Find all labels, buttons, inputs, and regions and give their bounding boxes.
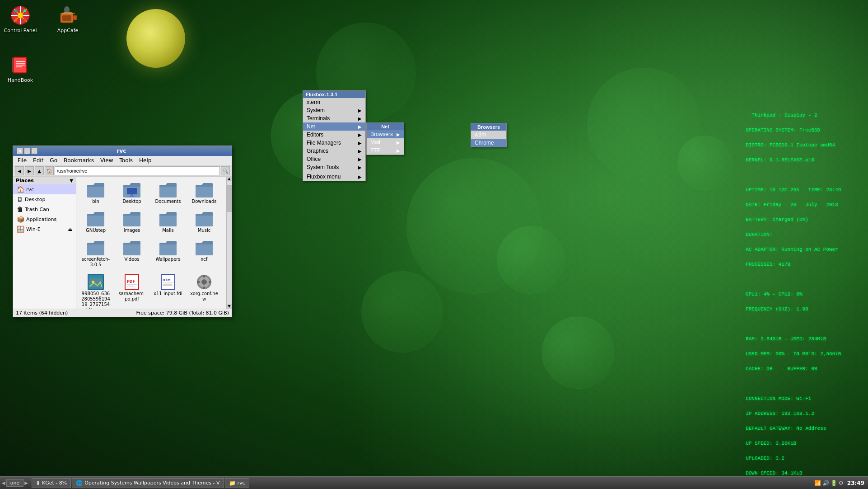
taskbar-right: 📶 🔊 🔋 ⚙ 23:49 (811, 480, 868, 486)
sidebar-eject-icon: ⏏ (68, 227, 72, 232)
browsers-w3m[interactable]: w3m (471, 131, 506, 139)
fluxbox-menu-item-office[interactable]: Office ▶ (303, 155, 365, 163)
svg-point-6 (14, 9, 17, 12)
fm-sidebar-item-desktop[interactable]: 🖥 Desktop (13, 194, 76, 204)
fluxbox-menu-item-systemtools[interactable]: System Tools ▶ (303, 163, 365, 171)
bubble-6 (677, 136, 732, 190)
taskbar-app-kget[interactable]: ⬇ KGet - 8% (32, 478, 71, 488)
fluxbox-menu-item-net[interactable]: Net ▶ Net Browsers ▶ Mail ▶ FTP ▶ (303, 122, 365, 131)
svg-point-8 (14, 19, 17, 21)
desktop-icon-appcafe[interactable]: AppCafe (50, 5, 86, 33)
filemanager-label: rvc (238, 480, 245, 486)
fm-sidebar-item-trash[interactable]: 🗑 Trash Can (13, 204, 76, 214)
fluxbox-menu-item-filemanagers[interactable]: File Managers ▶ (303, 139, 365, 147)
file-item-desktop[interactable]: Desktop (114, 179, 149, 207)
fm-menu-go[interactable]: Go (47, 156, 60, 165)
fm-address-bar[interactable] (55, 166, 220, 175)
fm-sidebar-item-applications[interactable]: 📦 Applications (13, 214, 76, 224)
fm-places-header: Places ▼ (13, 177, 76, 184)
net-mail-item[interactable]: Mail ▶ (367, 138, 404, 146)
desktop-icon-control-panel[interactable]: Control Panel (2, 5, 38, 33)
taskbar-clock: 23:49 (847, 480, 864, 486)
taskbar-app-browser[interactable]: 🌐 Operating Systems Wallpapers Videos an… (72, 478, 224, 488)
file-item-bin[interactable]: bin (78, 179, 113, 207)
fluxbox-menu[interactable]: Fluxbox-1.3.1 xterm System ▶ Terminals ▶… (303, 90, 366, 181)
fm-minimize-button[interactable]: _ (24, 148, 30, 154)
fluxbox-menu-item-editors[interactable]: Editors ▶ (303, 131, 365, 139)
file-item-wallpapers[interactable]: Wallpapers (150, 236, 186, 270)
svg-point-9 (23, 19, 26, 21)
svg-point-7 (23, 9, 26, 12)
desktop-icon-handbook[interactable]: HandBook (2, 54, 38, 83)
scroll-down-button[interactable]: ▼ (227, 304, 232, 309)
taskbar: ◀ one ▶ ⬇ KGet - 8% 🌐 Operating Systems … (0, 476, 868, 489)
submenu-arrow: ▶ (397, 140, 400, 145)
file-item-music[interactable]: Music (187, 207, 222, 235)
workspace-name[interactable]: one (6, 479, 23, 487)
svg-text:HTM: HTM (163, 278, 171, 282)
fm-menu-edit[interactable]: Edit (30, 156, 46, 165)
fm-back-button[interactable]: ◀ (15, 166, 24, 175)
fm-menu-help[interactable]: Help (136, 156, 154, 165)
fm-menu-tools[interactable]: Tools (117, 156, 136, 165)
image-file-icon (87, 273, 105, 291)
appcafe-label: AppCafe (57, 28, 79, 33)
taskbar-app-filemanager[interactable]: 📁 rvc (225, 478, 249, 488)
file-item-downloads[interactable]: Downloads (187, 179, 222, 207)
fm-search-button[interactable]: 🔍 (221, 166, 230, 175)
fm-home-button[interactable]: 🏠 (45, 166, 54, 175)
tray-audio-icon[interactable]: 🔊 (822, 480, 829, 486)
tray-network-icon[interactable]: 📶 (814, 480, 821, 486)
net-ftp-item[interactable]: FTP ▶ (367, 146, 404, 155)
fm-menu-view[interactable]: View (98, 156, 116, 165)
fm-places-toggle[interactable]: ▼ (70, 178, 73, 183)
fm-forward-button[interactable]: ▶ (25, 166, 34, 175)
file-item-gnustep[interactable]: GNUstep (78, 207, 113, 235)
fm-menu-file[interactable]: File (15, 156, 29, 165)
fm-sidebar-item-wine[interactable]: 🪟 Win-E ⏏ (13, 224, 76, 234)
file-label: screenfetch-3.0.5 (80, 257, 111, 268)
workspace-prev-arrow[interactable]: ◀ (2, 480, 5, 485)
folder-icon-gnustep (87, 210, 105, 228)
file-item-mails[interactable]: Mails (150, 207, 186, 235)
fm-sidebar-item-rvc[interactable]: 🏠 rvc (13, 184, 76, 194)
fm-maximize-button[interactable]: □ (31, 148, 37, 154)
file-item-videos[interactable]: Videos (114, 236, 149, 270)
file-item-documents[interactable]: Documents (150, 179, 186, 207)
folder-icon-wallpapers (159, 239, 177, 257)
file-label: Desktop (122, 199, 141, 204)
file-label: xcf (201, 257, 208, 262)
fluxbox-menu-item-terminals[interactable]: Terminals ▶ (303, 114, 365, 122)
file-item-xcf[interactable]: xcf (187, 236, 222, 270)
fm-title: rvc (117, 148, 126, 154)
fm-titlebar[interactable]: ✕ _ □ rvc (13, 146, 232, 156)
submenu-arrow: ▶ (358, 149, 362, 154)
control-panel-label: Control Panel (4, 28, 37, 33)
file-item-pdf[interactable]: PDF sarnachem-po.pdf (114, 271, 149, 309)
file-item-fdi[interactable]: HTM x11-input.fdi (150, 271, 186, 309)
fluxbox-menu-item-fluxboxmenu[interactable]: Fluxbox menu ▶ (303, 173, 365, 181)
file-label: Music (198, 228, 210, 233)
scroll-thumb[interactable] (227, 185, 232, 212)
net-browsers-item[interactable]: Browsers ▶ (367, 130, 404, 138)
tray-settings-icon[interactable]: ⚙ (839, 480, 844, 486)
fluxbox-menu-item-xterm[interactable]: xterm (303, 98, 365, 106)
fm-scrollbar[interactable]: ▲ ▼ (226, 177, 232, 309)
scroll-up-button[interactable]: ▲ (227, 177, 232, 181)
menu-separator (303, 172, 365, 172)
file-item-images[interactable]: Images (114, 207, 149, 235)
file-label: 998050_636280559619419_276715458_n.jpg (80, 291, 111, 309)
browsers-chrome[interactable]: Chrome (471, 139, 506, 147)
net-submenu-col1: Net Browsers ▶ Mail ▶ FTP ▶ (367, 123, 404, 155)
fm-up-button[interactable]: ▲ (35, 166, 44, 175)
workspace-next-arrow[interactable]: ▶ (24, 480, 28, 485)
fm-close-button[interactable]: ✕ (17, 148, 23, 154)
fm-menu-bookmarks[interactable]: Bookmarks (61, 156, 97, 165)
file-item-xorg[interactable]: xorg.conf.new (187, 271, 222, 309)
fluxbox-menu-item-system[interactable]: System ▶ (303, 106, 365, 114)
bubble-3 (497, 226, 565, 294)
file-item-jpg[interactable]: 998050_636280559619419_276715458_n.jpg (78, 271, 113, 309)
file-item-screenfetch[interactable]: screenfetch-3.0.5 (78, 236, 113, 270)
tray-battery-icon[interactable]: 🔋 (831, 480, 837, 486)
fluxbox-menu-item-graphics[interactable]: Graphics ▶ (303, 147, 365, 155)
